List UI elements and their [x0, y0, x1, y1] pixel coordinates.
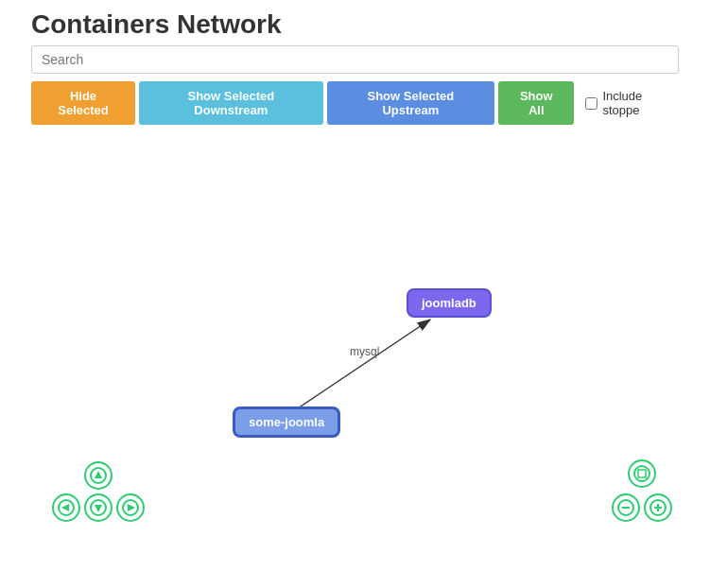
pan-right-button[interactable] [116, 493, 145, 522]
canvas-area: joomladb some-joomla mysql [0, 132, 710, 539]
node-joomladb[interactable]: joomladb [407, 288, 492, 318]
show-downstream-button[interactable]: Show Selected Downstream [139, 81, 323, 125]
svg-line-1 [286, 320, 430, 416]
svg-marker-3 [95, 471, 102, 478]
toolbar: Hide Selected Show Selected Downstream S… [0, 74, 710, 132]
hide-selected-button[interactable]: Hide Selected [31, 81, 135, 125]
include-stopped-label: Include stoppe [585, 89, 679, 117]
svg-marker-5 [61, 504, 69, 511]
search-input[interactable] [31, 45, 679, 74]
pan-left-button[interactable] [52, 493, 80, 522]
node-some-joomla[interactable]: some-joomla [233, 406, 340, 438]
pan-up-button[interactable] [84, 461, 113, 490]
pan-down-button[interactable] [84, 493, 113, 522]
include-stopped-checkbox[interactable] [585, 97, 597, 110]
svg-marker-7 [95, 505, 102, 512]
show-all-button[interactable]: Show All [498, 81, 574, 125]
zoom-in-button[interactable] [644, 493, 672, 522]
svg-rect-11 [638, 470, 646, 477]
svg-point-10 [634, 466, 649, 481]
fit-button[interactable] [628, 459, 656, 488]
zoom-controls [612, 459, 672, 522]
pan-controls [52, 461, 145, 522]
zoom-out-button[interactable] [612, 493, 640, 522]
include-stopped-text: Include stoppe [602, 89, 679, 117]
page-title: Containers Network [0, 0, 710, 45]
svg-marker-9 [128, 504, 135, 511]
edge-label-mysql: mysql [350, 345, 379, 358]
show-upstream-button[interactable]: Show Selected Upstream [327, 81, 494, 125]
